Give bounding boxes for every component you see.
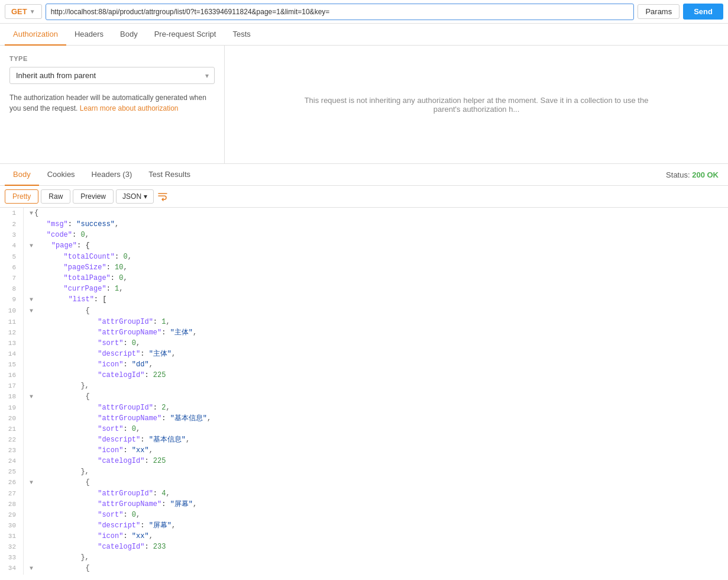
auth-note: The authorization header will be automat… (9, 92, 215, 114)
top-bar: GET ▼ Params Send (0, 0, 728, 24)
code-line: 31 "icon": "xx", (0, 531, 728, 542)
code-line: 30 "descript": "屏幕", (0, 520, 728, 531)
send-button[interactable]: Send (683, 4, 723, 20)
collapse-arrow-icon[interactable]: ▼ (30, 392, 33, 402)
collapse-arrow-icon[interactable]: ▼ (30, 478, 33, 488)
code-line: 10▼ { (0, 305, 728, 317)
code-line: 7 "totalPage": 0, (0, 273, 728, 283)
method-chevron-icon: ▼ (30, 8, 35, 15)
code-line: 19 "attrGroupId": 2, (0, 402, 728, 413)
code-line: 14 "descript": "主体", (0, 349, 728, 359)
code-line: 34▼ { (0, 563, 728, 574)
code-line: 23 "icon": "xx", (0, 445, 728, 456)
code-line: 20 "attrGroupName": "基本信息", (0, 413, 728, 424)
code-line: 32 "catelogId": 233 (0, 542, 728, 552)
code-line: 21 "sort": 0, (0, 424, 728, 434)
code-line: 5 "totalCount": 0, (0, 252, 728, 262)
tab-authorization[interactable]: Authorization (5, 24, 66, 46)
wrap-lines-icon[interactable] (156, 190, 169, 203)
request-tab-nav: Authorization Headers Body Pre-request S… (0, 24, 728, 46)
code-line: 24 "catelogId": 225 (0, 456, 728, 466)
collapse-arrow-icon[interactable]: ▼ (30, 563, 33, 574)
code-line: 2 "msg": "success", (0, 219, 728, 230)
code-line: 8 "currPage": 1, (0, 283, 728, 294)
response-tab-test-results[interactable]: Test Results (140, 164, 199, 186)
code-line: 3 "code": 0, (0, 230, 728, 240)
auth-inherit-message: This request is not inheriting any autho… (299, 96, 654, 114)
code-line: 9▼ "list": [ (0, 294, 728, 305)
code-line: 17 }, (0, 381, 728, 391)
code-line: 12 "attrGroupName": "主体", (0, 327, 728, 338)
code-line: 6 "pageSize": 10, (0, 262, 728, 273)
auth-learn-more-link[interactable]: Learn more about authorization (80, 104, 179, 112)
tab-headers[interactable]: Headers (66, 24, 112, 46)
code-line: 27 "attrGroupId": 4, (0, 488, 728, 499)
response-tab-bar: Body Cookies Headers (3) Test Results St… (0, 164, 728, 186)
auth-type-select-wrapper: Inherit auth from parent No Auth Bearer … (9, 67, 215, 84)
preview-button[interactable]: Preview (73, 189, 114, 204)
collapse-arrow-icon[interactable]: ▼ (30, 241, 33, 252)
code-line: 13 "sort": 0, (0, 338, 728, 349)
code-line: 1▼{ (0, 208, 728, 219)
params-button[interactable]: Params (638, 4, 680, 19)
code-line: 16 "catelogId": 225 (0, 370, 728, 381)
code-line: 11 "attrGroupId": 1, (0, 317, 728, 327)
code-line: 15 "icon": "dd", (0, 359, 728, 370)
body-toolbar: Pretty Raw Preview JSON ▾ (0, 186, 728, 208)
status-info: Status: 200 OK (666, 170, 723, 179)
tab-body[interactable]: Body (112, 24, 146, 46)
code-line: 33 }, (0, 552, 728, 563)
status-value: 200 OK (692, 170, 719, 179)
code-area[interactable]: 1▼{2 "msg": "success",3 "code": 0,4▼ "pa… (0, 208, 728, 575)
raw-button[interactable]: Raw (41, 189, 70, 204)
pretty-button[interactable]: Pretty (5, 189, 38, 204)
code-line: 25 }, (0, 466, 728, 477)
auth-section: TYPE Inherit auth from parent No Auth Be… (0, 46, 728, 164)
auth-left-panel: TYPE Inherit auth from parent No Auth Be… (0, 46, 225, 163)
code-line: 26▼ { (0, 477, 728, 488)
tab-tests[interactable]: Tests (224, 24, 258, 46)
response-tab-cookies[interactable]: Cookies (39, 164, 83, 186)
collapse-arrow-icon[interactable]: ▼ (30, 208, 33, 219)
method-button[interactable]: GET ▼ (5, 4, 42, 19)
tab-pre-request-script[interactable]: Pre-request Script (146, 24, 225, 46)
auth-right-panel: This request is not inheriting any autho… (225, 46, 728, 163)
code-line: 35 "attrGroupId": 7, (0, 574, 728, 575)
format-chevron-icon: ▾ (144, 192, 147, 201)
code-line: 22 "descript": "基本信息", (0, 434, 728, 445)
response-tab-headers[interactable]: Headers (3) (83, 164, 141, 186)
auth-type-label: TYPE (9, 55, 215, 62)
collapse-arrow-icon[interactable]: ▼ (30, 295, 33, 305)
url-input[interactable] (46, 4, 635, 20)
response-tab-body[interactable]: Body (5, 164, 39, 186)
collapse-arrow-icon[interactable]: ▼ (30, 306, 33, 317)
code-line: 4▼ "page": { (0, 240, 728, 252)
code-line: 29 "sort": 0, (0, 510, 728, 520)
auth-type-select[interactable]: Inherit auth from parent No Auth Bearer … (9, 67, 215, 84)
method-label: GET (11, 7, 27, 16)
format-select[interactable]: JSON ▾ (116, 189, 154, 204)
code-line: 18▼ { (0, 391, 728, 402)
code-line: 28 "attrGroupName": "屏幕", (0, 499, 728, 510)
